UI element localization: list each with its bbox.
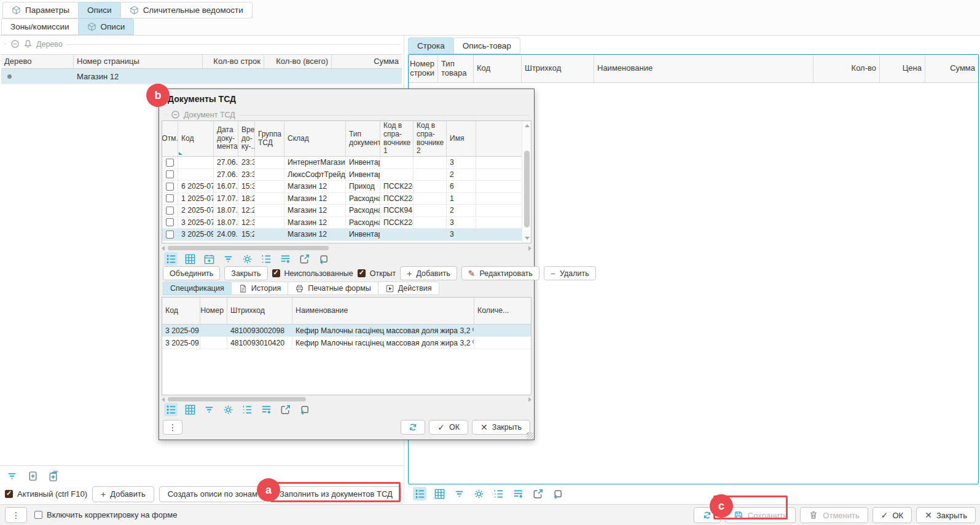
filter-icon[interactable]: [5, 469, 18, 483]
scrollbar-thumb[interactable]: [524, 151, 530, 227]
tab-deystviya[interactable]: Действия: [378, 282, 439, 295]
column-header[interactable]: Сумма: [332, 55, 402, 68]
column-header[interactable]: Номер строки: [409, 55, 438, 82]
scroll-down-icon[interactable]: [525, 237, 530, 240]
checkbox[interactable]: [34, 511, 42, 519]
dialog-edit-button[interactable]: ✎ Редактировать: [461, 266, 539, 280]
row-checkbox[interactable]: [166, 231, 174, 239]
open-external-icon[interactable]: [278, 403, 292, 416]
settings-gear-icon[interactable]: [472, 487, 485, 500]
table-row[interactable]: 2 2025-07...18.07.2512:28Магазин 12Расхо…: [162, 205, 523, 217]
tab-istoriya[interactable]: История: [231, 282, 288, 295]
filter-icon[interactable]: [452, 487, 466, 500]
scrollbar-thumb[interactable]: [168, 397, 306, 401]
settings-gear-icon[interactable]: [221, 403, 235, 416]
column-header[interactable]: Кол-во (всего): [264, 55, 332, 68]
cancel-button[interactable]: Отменить: [800, 507, 868, 523]
row-checkbox[interactable]: [166, 183, 174, 191]
list-view-icon[interactable]: [164, 252, 178, 266]
checkbox[interactable]: [272, 269, 280, 277]
column-header[interactable]: Код в спра- вочнике 1: [380, 121, 414, 156]
add-multiple-icon[interactable]: [47, 469, 60, 483]
column-header[interactable]: Кол-во строк: [203, 55, 264, 68]
table-row[interactable]: 1 2025-07...17.07.2518:22Магазин 12Расхо…: [162, 193, 523, 205]
scroll-left-icon[interactable]: [162, 397, 165, 402]
dialog-refresh-button[interactable]: [401, 420, 425, 435]
grid-view-icon[interactable]: [433, 487, 446, 500]
filter-icon[interactable]: [202, 403, 216, 416]
column-header[interactable]: Номер страницы: [74, 55, 203, 68]
column-header[interactable]: Наименование: [292, 298, 474, 324]
table-row[interactable]: 3 2025-09...4810093010420Кефир Малочны г…: [162, 337, 531, 349]
bell-icon[interactable]: [23, 39, 33, 49]
horizontal-scrollbar[interactable]: [162, 397, 531, 402]
settings-gear-icon[interactable]: [240, 252, 254, 266]
table-row[interactable]: 3 2025-07...18.07.2512:39Магазин 12Расхо…: [162, 217, 523, 229]
list-view-icon[interactable]: [413, 487, 426, 500]
column-header[interactable]: Код в спра- вочнике 2: [414, 121, 447, 156]
column-header[interactable]: Количе...: [474, 298, 531, 324]
scroll-left-icon[interactable]: [162, 246, 165, 251]
repeat-icon[interactable]: [316, 252, 330, 266]
column-header[interactable]: Цена: [880, 55, 925, 82]
tab-zony-komissii[interactable]: Зоны/комиссии: [1, 18, 79, 35]
repeat-icon[interactable]: [297, 403, 311, 416]
column-header[interactable]: Тип документа: [346, 121, 380, 156]
numbered-list-icon[interactable]: [259, 252, 273, 266]
close-doc-button[interactable]: Закрыть: [224, 266, 267, 280]
column-header[interactable]: Код: [178, 121, 214, 156]
active-checkbox[interactable]: Активный (ctrl F10): [5, 489, 87, 499]
row-checkbox[interactable]: [166, 170, 174, 178]
numbered-list-icon[interactable]: [492, 487, 505, 500]
tab-opisi-2[interactable]: Описи: [78, 18, 135, 35]
table-row[interactable]: 27.06.2423:36ЛюксСофтТрейд1Инвентар...2: [162, 169, 523, 181]
adjust-on-form-checkbox[interactable]: Включить корректировку на форме: [34, 510, 177, 519]
close-button[interactable]: ✕ Закрыть: [916, 507, 976, 523]
column-header[interactable]: Тип товара: [438, 55, 474, 82]
column-header[interactable]: Номер: [200, 298, 227, 324]
row-checkbox[interactable]: [166, 194, 174, 202]
table-row[interactable]: 3 2025-09...24.09.2515:23Магазин 12Инвен…: [162, 229, 523, 241]
list-view-icon[interactable]: [164, 403, 178, 416]
row-checkbox[interactable]: [166, 207, 174, 215]
scroll-right-icon[interactable]: [528, 397, 531, 402]
scroll-right-icon[interactable]: [528, 246, 531, 251]
tab-parametry[interactable]: Параметры: [2, 2, 79, 18]
table-row[interactable]: 3 2025-09...4810093002098Кефир Малочны г…: [162, 325, 531, 337]
filter-icon[interactable]: [221, 252, 235, 266]
column-header[interactable]: Штрихкод: [227, 298, 292, 324]
add-item-icon[interactable]: [26, 469, 39, 483]
dialog-delete-button[interactable]: − Удалить: [544, 266, 596, 280]
column-header[interactable]: Имя: [447, 121, 476, 156]
column-header[interactable]: Наименование: [594, 55, 813, 82]
add-to-list-icon[interactable]: [259, 403, 273, 416]
add-to-list-icon[interactable]: [278, 252, 292, 266]
row-checkbox[interactable]: [166, 159, 174, 167]
ok-button[interactable]: ✓ ОК: [872, 507, 912, 523]
merge-button[interactable]: Объединить: [163, 266, 220, 280]
add-to-list-icon[interactable]: [511, 487, 525, 500]
more-options-button[interactable]: ⋮: [5, 507, 27, 523]
checkbox[interactable]: [358, 269, 366, 277]
column-header[interactable]: Дерево: [1, 55, 74, 68]
column-header[interactable]: Врем до- ку-...: [238, 121, 255, 156]
tab-pechatnye-formy[interactable]: Печатные формы: [288, 282, 378, 295]
unused-checkbox[interactable]: Неиспользованные: [272, 269, 353, 278]
column-header[interactable]: Кол-во: [813, 55, 880, 82]
vertical-scrollbar[interactable]: [522, 121, 531, 243]
open-external-icon[interactable]: [297, 252, 311, 266]
column-header[interactable]: Отм.: [162, 121, 178, 156]
dialog-close-button[interactable]: ✕ Закрыть: [472, 420, 530, 435]
open-external-icon[interactable]: [531, 487, 544, 500]
tab-slichitelnye-vedomosti[interactable]: Сличительные ведомости: [120, 2, 253, 18]
tab-stroka[interactable]: Строка: [408, 38, 454, 54]
scrollbar-thumb[interactable]: [168, 246, 329, 250]
tab-opis-tovar[interactable]: Опись-товар: [453, 38, 520, 54]
dialog-ok-button[interactable]: ✓ ОК: [429, 420, 468, 435]
column-header[interactable]: Штрихкод: [522, 55, 594, 82]
column-header[interactable]: Код: [162, 298, 200, 324]
table-row[interactable]: 6 2025-07...16.07.2515:33Магазин 12Прихо…: [162, 181, 523, 193]
add-button[interactable]: + Добавить: [92, 486, 154, 502]
scroll-up-icon[interactable]: [525, 124, 530, 127]
horizontal-scrollbar[interactable]: [162, 245, 531, 251]
